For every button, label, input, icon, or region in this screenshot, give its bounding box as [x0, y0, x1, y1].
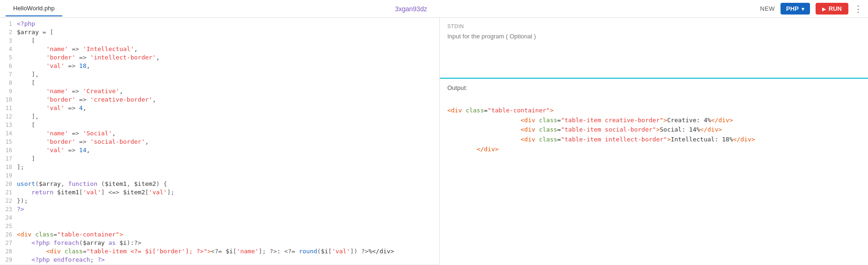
- header: HelloWorld.php 3xgan93dz NEW PHP RUN ⋮: [0, 0, 868, 18]
- table-row: 6 'val' => 18,: [0, 62, 439, 70]
- table-row: 26 <div class="table-container">: [0, 230, 439, 239]
- table-row: 25: [0, 222, 439, 230]
- play-icon: [822, 5, 827, 12]
- chevron-down-icon: [801, 5, 804, 12]
- table-row: 4 'name' => 'Intellectual',: [0, 45, 439, 53]
- run-button[interactable]: RUN: [816, 3, 848, 15]
- stdin-input[interactable]: [447, 33, 861, 70]
- main-area: 1 <?php 2 $array = [ 3 [ 4 'name' => 'In…: [0, 18, 868, 265]
- output-label: Output:: [447, 84, 861, 91]
- table-row: 15 'border' => 'social-border',: [0, 138, 439, 146]
- output-section: Output: <div class="table-container"> <d…: [440, 79, 868, 265]
- table-row: 11 'val' => 4,: [0, 104, 439, 112]
- stdin-label: STDIN: [447, 23, 861, 29]
- table-row: 8 [: [0, 79, 439, 87]
- table-row: 19: [0, 171, 439, 180]
- table-row: 2 $array = [: [0, 28, 439, 37]
- page-title: 3xgan93dz: [395, 5, 427, 13]
- table-row: 10 'border' => 'creative-border',: [0, 96, 439, 104]
- table-row: 5 'border' => 'intellect-border',: [0, 53, 439, 62]
- table-row: 28 <div class="table-item <?= $i['border…: [0, 247, 439, 256]
- table-row: 13 [: [0, 121, 439, 129]
- tab-helloworld[interactable]: HelloWorld.php: [6, 1, 62, 16]
- more-options-button[interactable]: ⋮: [854, 5, 862, 13]
- table-row: 17 ]: [0, 155, 439, 163]
- php-label: PHP: [786, 5, 799, 12]
- output-content: <div class="table-container"> <div class…: [447, 96, 861, 164]
- table-row: 27 <?php foreach($array as $i):?>: [0, 239, 439, 247]
- table-row: 24: [0, 213, 439, 222]
- table-row: 16 'val' => 14,: [0, 146, 439, 155]
- table-row: 7 ],: [0, 70, 439, 79]
- new-button[interactable]: NEW: [760, 5, 775, 12]
- table-row: 18 ];: [0, 163, 439, 171]
- table-row: 22 });: [0, 197, 439, 205]
- code-editor[interactable]: 1 <?php 2 $array = [ 3 [ 4 'name' => 'In…: [0, 18, 440, 265]
- table-row: 9 'name' => 'Creative',: [0, 87, 439, 96]
- table-row: 29 <?php endforeach; ?>: [0, 256, 439, 264]
- run-label: RUN: [829, 5, 842, 12]
- table-row: 14 'name' => 'Social',: [0, 129, 439, 138]
- table-row: 23 ?>: [0, 205, 439, 213]
- header-left: HelloWorld.php: [6, 1, 62, 16]
- stdin-section: STDIN: [440, 18, 868, 79]
- table-row: 1 <?php: [0, 20, 439, 28]
- right-panel: STDIN Output: <div class="table-containe…: [440, 18, 868, 265]
- table-row: 20 usort($array, function ($item1, $item…: [0, 180, 439, 188]
- table-row: 3 [: [0, 37, 439, 45]
- php-button[interactable]: PHP: [780, 3, 810, 15]
- table-row: 12 ],: [0, 112, 439, 121]
- table-row: 21 return $item1['val'] <=> $item2['val'…: [0, 188, 439, 197]
- header-right: NEW PHP RUN ⋮: [760, 3, 862, 15]
